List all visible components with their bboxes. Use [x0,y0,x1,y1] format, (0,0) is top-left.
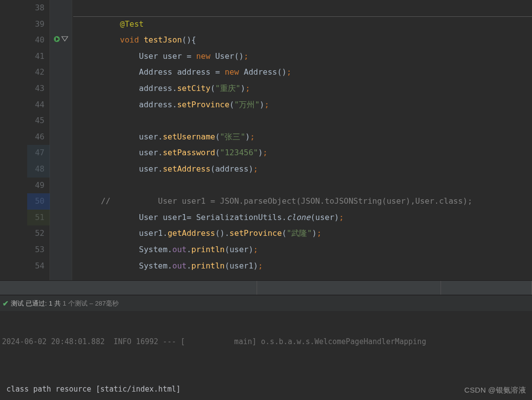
line-number[interactable]: 41 [27,48,49,65]
token-ind [101,100,139,109]
gutter-icon-cell [50,48,72,65]
code-line[interactable]: @Test [73,16,532,33]
code-line[interactable]: address.setProvince("万州"); [73,97,532,113]
gutter-line-numbers: 3839404142434445464748495051525354 [27,0,49,280]
token-ital: clone [287,213,310,222]
token-ind [101,19,120,29]
token-ind [101,213,139,222]
token-paren: ) [249,245,254,254]
code-line[interactable]: System.out.println(user); [73,242,532,258]
line-number[interactable]: 50 [27,193,49,210]
line-number[interactable]: 44 [27,97,49,113]
token-id: user [315,213,335,222]
token-id: = [211,67,225,77]
gutter-icon-cell [50,113,72,129]
token-id: . [158,164,163,174]
gutter-icon-cell [50,0,72,16]
token-field: out [173,245,187,254]
token-semi: ; [245,84,250,93]
toolwindow-splitter[interactable] [0,280,532,295]
token-str: "武隆" [287,228,312,238]
token-ind [101,228,139,238]
line-number[interactable]: 38 [27,0,49,16]
token-id: . [186,261,191,270]
code-line[interactable]: Address address = new Address(); [73,64,532,81]
code-line[interactable]: User user1= SerializationUtils.clone(use… [73,210,532,226]
console-line: class path resource [static/index.html] [2,381,532,397]
code-line[interactable]: System.out.println(user1); [73,258,532,274]
console-output[interactable]: 2024-06-02 20:48:01.882 INFO 16992 --- [… [0,311,532,400]
token-anot: @Test [120,19,144,29]
token-ind [101,261,139,270]
token-id: user1 [163,213,186,222]
token-ind [101,164,139,174]
token-id: . [186,245,191,254]
token-semi: ; [244,51,249,61]
gutter-marks [0,0,27,280]
line-number[interactable]: 48 [27,161,49,178]
token-id: = [186,213,196,222]
gutter-icon-cell [50,97,72,113]
token-semi: ; [253,245,258,254]
line-number[interactable]: 51 [27,210,49,226]
code-line[interactable] [73,0,532,16]
token-def: testJson [144,35,182,44]
token-id: . [163,228,168,238]
token-def: setProvince [229,228,282,238]
code-line[interactable]: address.setCity("重庆"); [73,81,532,97]
line-number[interactable]: 40 [27,32,49,48]
gutter-icon-cell [50,129,72,145]
token-paren: ( [282,228,287,238]
fold-region-icon[interactable] [61,35,69,45]
token-id: . [282,213,287,222]
line-number[interactable]: 47 [27,145,49,161]
code-viewport[interactable]: @Test void testJson(){ User user = new U… [72,0,532,280]
token-id: . [158,148,163,157]
token-ind [101,132,139,141]
gutter-icons-column [50,0,72,280]
code-line[interactable]: user.setAddress(address); [73,161,532,178]
line-number[interactable]: 43 [27,81,49,97]
line-number[interactable]: 42 [27,64,49,81]
code-line[interactable] [73,178,532,194]
token-def: println [191,261,224,270]
token-id: . [168,245,173,254]
token-id: . [158,132,163,141]
token-str: "重庆" [215,84,240,93]
token-def: setPassword [163,148,215,157]
code-line[interactable]: void testJson(){ [73,32,532,48]
split-segment-1[interactable] [0,281,257,295]
token-id: . [168,261,173,270]
code-line[interactable]: user.setPassword("123456"); [73,145,532,161]
token-cls: User [215,51,234,61]
token-paren: ) [240,84,245,93]
gutter-icon-cell [50,258,72,274]
code-line[interactable]: user.setUsername("张三"); [73,129,532,145]
token-paren: ) [334,213,339,222]
run-test-icon[interactable] [53,35,61,45]
gutter-icon-cell [50,145,72,161]
line-number[interactable]: 54 [27,258,49,274]
code-line[interactable]: user1.getAddress().setProvince("武隆"); [73,225,532,242]
token-semi: ; [258,261,263,270]
token-ind [101,148,139,157]
line-number[interactable]: 52 [27,225,49,242]
split-segment-3[interactable] [441,281,532,295]
token-id: user1 [229,261,253,270]
code-line[interactable] [73,113,532,129]
line-number[interactable]: 46 [27,129,49,145]
token-def: setUsername [163,132,215,141]
code-line[interactable]: User user = new User(); [73,48,532,65]
line-number[interactable]: 49 [27,178,49,194]
token-cls: Address [139,67,177,77]
line-number[interactable]: 53 [27,242,49,258]
code-line[interactable]: // User user1 = JSON.parseObject(JSON.to… [73,193,532,210]
line-number[interactable]: 39 [27,16,49,33]
token-id: address [177,67,210,77]
token-semi: ; [339,213,344,222]
code-editor-pane[interactable]: 3839404142434445464748495051525354 @Test… [0,0,532,280]
token-semi: ; [263,148,268,157]
check-icon: ✔ [2,299,9,308]
line-number[interactable]: 45 [27,113,49,129]
split-segment-2[interactable] [257,281,441,295]
